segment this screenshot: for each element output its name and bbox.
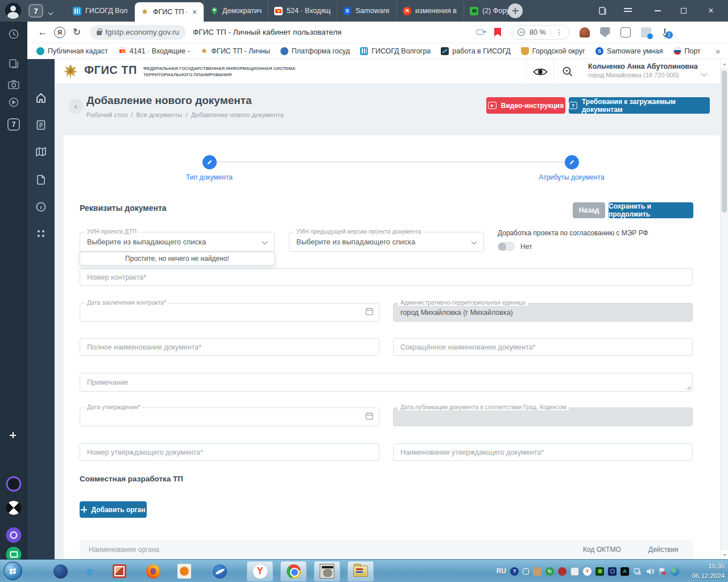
approving-number-field[interactable] bbox=[80, 443, 379, 461]
bookmark-platforma[interactable]: Платформа госуд bbox=[280, 47, 350, 55]
sidebar-item-documents[interactable] bbox=[36, 119, 47, 133]
note-field[interactable] bbox=[80, 373, 693, 392]
back-button[interactable]: ‹ bbox=[68, 99, 83, 114]
side-panel-icon[interactable] bbox=[592, 0, 614, 22]
bookmark-gisogd[interactable]: ГИСОГД Волгогра bbox=[360, 47, 431, 55]
tray-message-icon[interactable] bbox=[570, 567, 579, 576]
resize-handle[interactable] bbox=[686, 385, 691, 390]
search-icon-button[interactable] bbox=[553, 59, 581, 84]
short-name-field[interactable] bbox=[393, 338, 693, 356]
bookmark-fgis[interactable]: ФГИС ТП - Личны bbox=[200, 47, 270, 55]
collections-icon[interactable] bbox=[8, 58, 19, 69]
full-name-input[interactable] bbox=[80, 339, 379, 355]
sidebar-item-home[interactable] bbox=[35, 92, 47, 106]
menu-icon[interactable] bbox=[617, 0, 639, 22]
tray-a-icon[interactable]: A bbox=[621, 567, 629, 576]
password-manager-icon[interactable] bbox=[476, 30, 484, 35]
downloads-icon[interactable]: 2 bbox=[661, 28, 669, 36]
more-options-icon[interactable]: ⋮ bbox=[556, 28, 563, 36]
user-block[interactable]: Кольченко Анна Абутолиновна город Михайл… bbox=[588, 63, 698, 78]
step-label-type[interactable]: Тип документа bbox=[152, 173, 266, 181]
mer-toggle[interactable] bbox=[498, 242, 515, 251]
start-button[interactable] bbox=[3, 562, 22, 580]
tray-show-desktop-icon[interactable] bbox=[523, 568, 529, 575]
chevron-down-icon[interactable] bbox=[701, 69, 708, 79]
url-pill[interactable]: fgistp.economy.gov.ru bbox=[90, 25, 186, 40]
contract-date-input[interactable] bbox=[80, 304, 379, 321]
tab-samoware[interactable]: S Samoware bbox=[337, 0, 396, 22]
back-form-button[interactable]: Назад bbox=[573, 202, 605, 218]
extension-key-icon[interactable] bbox=[621, 27, 631, 38]
bookmark-flag-icon[interactable] bbox=[494, 28, 501, 36]
requirements-button[interactable]: ? Требования к загружаемым документам bbox=[569, 97, 710, 114]
zoom-control[interactable]: 80 % ⋮ bbox=[511, 25, 569, 40]
calendar-icon[interactable] bbox=[365, 411, 374, 422]
pinwheel-app-icon[interactable] bbox=[6, 500, 22, 516]
zoom-out-icon[interactable] bbox=[518, 28, 525, 36]
uin-prev-select[interactable]: УИН предыдущей версии проекта документа … bbox=[289, 232, 484, 252]
taskbar-yandex-browser-button[interactable]: Y bbox=[247, 561, 273, 581]
tab-maps[interactable]: Демократич bbox=[204, 0, 268, 22]
chevron-down-icon[interactable] bbox=[48, 7, 53, 18]
sidebar-item-apps[interactable] bbox=[36, 228, 46, 241]
short-name-input[interactable] bbox=[394, 339, 692, 355]
page-scrollbar[interactable]: ▲ ▼ bbox=[720, 59, 728, 559]
tray-globe-icon[interactable] bbox=[671, 567, 679, 576]
contract-number-field[interactable] bbox=[80, 268, 693, 286]
tab-fgis-tp-active[interactable]: ФГИС ТП - × bbox=[135, 2, 204, 22]
bookmark-city[interactable]: Городской округ bbox=[521, 47, 585, 55]
contract-number-input[interactable] bbox=[80, 269, 692, 285]
tab-group-badge[interactable]: 7 bbox=[28, 4, 43, 18]
step-type-icon[interactable] bbox=[202, 155, 217, 169]
breadcrumb-desktop[interactable]: Рабочий стол bbox=[86, 111, 127, 118]
tab-gisogd[interactable]: ГИСОГД Вол bbox=[67, 0, 135, 22]
scrollbar-thumb[interactable] bbox=[722, 70, 727, 213]
taskbar-file-manager-button[interactable] bbox=[348, 561, 374, 581]
sidebar-item-files[interactable] bbox=[36, 174, 46, 188]
tray-help-icon[interactable]: ? bbox=[510, 567, 519, 576]
taskbar-chrome-button[interactable] bbox=[280, 561, 307, 581]
tab-mail[interactable]: 524 · Входящ bbox=[268, 0, 337, 22]
close-window-button[interactable]: × bbox=[700, 0, 722, 22]
sidebar-item-info[interactable] bbox=[35, 201, 47, 215]
app-logo-text[interactable]: ФГИС ТП bbox=[84, 64, 137, 77]
purple-app-icon[interactable] bbox=[6, 527, 22, 543]
back-icon[interactable]: ← bbox=[34, 24, 51, 41]
tray-drweb-icon[interactable] bbox=[595, 567, 604, 576]
tray-action-center-flag-icon[interactable] bbox=[658, 567, 667, 576]
tabs-counter-badge[interactable]: 7 bbox=[7, 118, 20, 131]
taskbar-clock[interactable]: 15:35 06.12.2024 bbox=[692, 562, 725, 580]
alice-assistant-icon[interactable] bbox=[6, 476, 22, 492]
taskbar-edge-icon[interactable] bbox=[212, 563, 228, 579]
refresh-icon[interactable]: ↻ bbox=[68, 24, 85, 41]
extension-print-icon[interactable] bbox=[641, 27, 651, 38]
yandex-home-icon[interactable]: Я bbox=[51, 24, 68, 41]
add-panel-icon[interactable] bbox=[10, 432, 18, 440]
video-icon[interactable] bbox=[8, 97, 19, 108]
approving-name-field[interactable] bbox=[393, 443, 693, 461]
tray-update-icon[interactable]: ↻ bbox=[545, 567, 554, 576]
profile-avatar[interactable] bbox=[5, 3, 21, 19]
step-attributes-icon[interactable] bbox=[565, 155, 579, 169]
contract-date-field[interactable]: Дата заключения контракта* bbox=[80, 303, 379, 322]
taskbar-professor-app-button[interactable] bbox=[314, 561, 340, 581]
scroll-up-icon[interactable]: ▲ bbox=[721, 59, 728, 68]
screenshot-icon[interactable] bbox=[8, 80, 20, 90]
tray-clock-monitor-icon[interactable] bbox=[608, 567, 617, 576]
close-tab-icon[interactable]: × bbox=[192, 7, 197, 16]
bookmark-mail[interactable]: 4141 · Входящие - bbox=[118, 47, 190, 55]
language-indicator[interactable]: RU bbox=[497, 567, 506, 575]
taskbar-ie-icon[interactable]: e bbox=[81, 563, 97, 579]
tray-volume-icon[interactable] bbox=[646, 567, 654, 576]
bookmarks-overflow-icon[interactable]: » bbox=[715, 47, 720, 56]
video-instruction-button[interactable]: Видео-инструкция bbox=[486, 97, 565, 114]
note-textarea[interactable] bbox=[80, 373, 692, 391]
accessibility-eye-button[interactable] bbox=[526, 59, 553, 84]
taskbar-picture-manager-icon[interactable] bbox=[111, 563, 127, 579]
extension-shield-icon[interactable] bbox=[600, 27, 610, 38]
bookmark-kadastr[interactable]: Публичная кадаст bbox=[36, 47, 108, 55]
restore-button[interactable] bbox=[672, 0, 695, 22]
full-name-field[interactable] bbox=[80, 338, 379, 356]
taskbar-globe-icon[interactable] bbox=[52, 563, 68, 579]
tray-red-icon[interactable] bbox=[558, 567, 566, 576]
